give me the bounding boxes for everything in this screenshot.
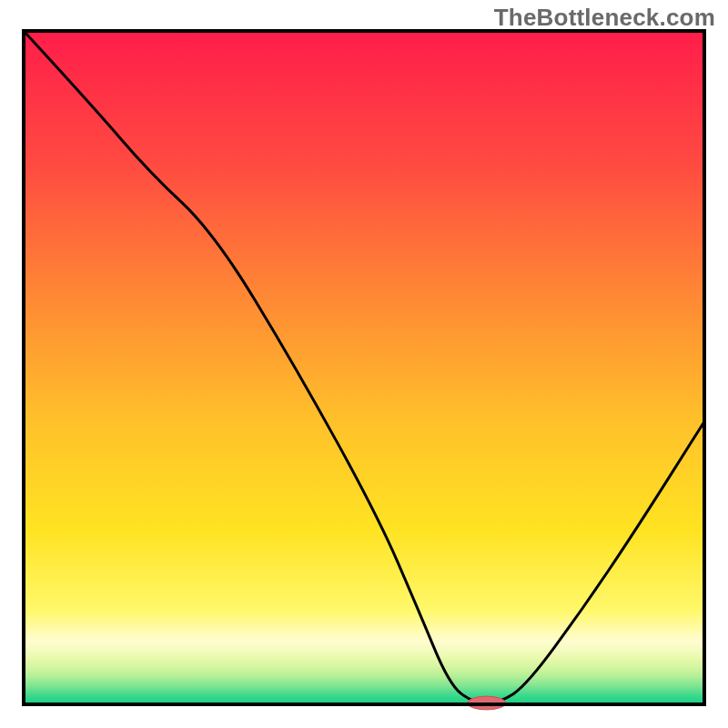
watermark-text: TheBottleneck.com bbox=[494, 4, 715, 32]
bottleneck-chart bbox=[0, 0, 728, 728]
plot-background bbox=[24, 31, 704, 704]
chart-stage: TheBottleneck.com bbox=[0, 0, 728, 728]
